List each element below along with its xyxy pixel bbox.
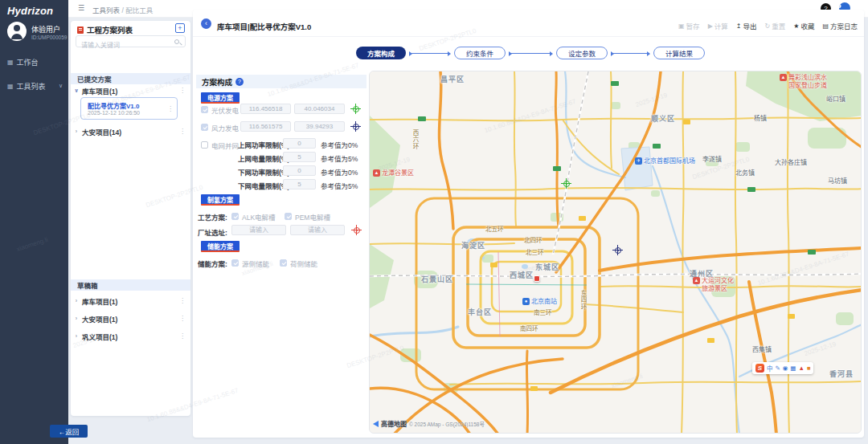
grid-checkbox[interactable]	[201, 141, 208, 149]
log-icon: ▤	[822, 22, 829, 30]
pv-location-marker[interactable]	[561, 178, 571, 189]
site-input-1[interactable]	[231, 225, 286, 235]
grid-up-power-input[interactable]	[283, 138, 316, 149]
more-icon[interactable]: ⋮	[179, 297, 186, 304]
more-icon[interactable]: ⋮	[179, 315, 186, 322]
step-plan-composition[interactable]: 方案构成	[356, 47, 406, 59]
map-label: 北三环	[526, 249, 544, 256]
more-icon[interactable]: ⋮	[179, 332, 186, 340]
caret-right-icon: ›	[71, 298, 82, 303]
wind-map-pick-icon[interactable]	[350, 121, 361, 132]
favorite-button[interactable]: ★收藏	[793, 21, 814, 31]
process-label: 工艺方案:	[198, 212, 227, 222]
load-storage-checkbox[interactable]	[280, 259, 287, 267]
app-logo: Hydrizon	[7, 5, 53, 17]
map-attribution: 高德地图 © 2025 AMap - GS(2024)1158号	[373, 419, 485, 428]
pv-latitude-input[interactable]	[294, 104, 345, 114]
ime-toolbar[interactable]: S 中✎◉▦▲■	[752, 362, 813, 374]
submitted-header: 已提交方案	[71, 73, 190, 84]
more-icon[interactable]: ⋮	[179, 128, 186, 135]
load-storage-label: 荷侧储能	[290, 259, 317, 268]
help-icon[interactable]: ?	[235, 78, 244, 86]
person-icon	[7, 22, 27, 41]
hydrogen-plan-button[interactable]: 制氢方案	[201, 194, 240, 206]
ime-skin-brush-icon[interactable]: ▲	[798, 365, 804, 372]
power-plan-button[interactable]: 电源方案	[201, 92, 240, 104]
step-connector	[510, 53, 552, 54]
grid-row-ref: 参考值为5%	[321, 181, 358, 190]
grid-up-energy-input[interactable]	[283, 152, 316, 162]
map-label: 峪口镇	[826, 96, 845, 104]
export-button[interactable]: ↥导出	[736, 21, 757, 31]
map-label: ▲龙潭谷景区	[373, 169, 414, 177]
map-label: ●北京南站	[522, 298, 557, 306]
ime-pen-icon[interactable]: ✎	[776, 365, 780, 372]
landmark-marker[interactable]	[534, 275, 540, 282]
plan-log-button[interactable]: ▤方案日志	[822, 21, 858, 31]
step-results[interactable]: 计算结果	[653, 47, 705, 59]
selected-plan-card[interactable]: 配比寻优方案V1.0 2025-12-12 10:26:50 ⋮	[80, 97, 178, 120]
more-icon[interactable]: ⋮	[167, 105, 174, 112]
site-map-pick-icon[interactable]	[351, 225, 362, 235]
calculate-button[interactable]: ▶计算	[708, 21, 728, 31]
grid-down-power-input[interactable]	[283, 165, 316, 176]
wind-checkbox[interactable]	[201, 124, 208, 131]
draft-group-gongyi[interactable]: › 巩义项目(1) ⋮	[71, 331, 190, 341]
wind-location-marker[interactable]	[612, 245, 623, 255]
ime-mic-icon[interactable]: ◉	[783, 365, 788, 372]
ime-toolbox-icon[interactable]: ■	[807, 365, 811, 372]
map-label: 杨镇	[754, 115, 767, 123]
step-constraints[interactable]: 约束条件	[454, 47, 506, 59]
draft-group-daan[interactable]: › 大安项目(1) ⋮	[71, 313, 190, 324]
tree-group-daan[interactable]: › 大安项目(14) ⋮	[71, 126, 190, 136]
site-input-2[interactable]	[290, 225, 345, 235]
pem-checkbox[interactable]	[285, 213, 292, 220]
back-button[interactable]: ←返回	[50, 425, 88, 438]
storage-plan-button[interactable]: 储能方案	[201, 241, 240, 252]
pv-longitude-input[interactable]	[240, 104, 291, 114]
alk-label: ALK电解槽	[242, 212, 276, 222]
sidebar-item-tool-list[interactable]: ▦ 工具列表 ∨	[0, 77, 68, 95]
caret-right-icon: ›	[71, 333, 82, 339]
more-icon[interactable]: ⋮	[179, 87, 186, 94]
grid-icon: ▦	[7, 59, 14, 66]
pv-label: 光伏发电	[211, 105, 239, 115]
save-draft-button[interactable]: ▣暂存	[678, 21, 700, 31]
sogou-logo-icon[interactable]: S	[755, 364, 764, 373]
draft-group-kuche[interactable]: › 库车项目(1) ⋮	[71, 295, 190, 306]
map-canvas[interactable]: 昌平区顺义区海淀区西城区东城区石景山区丰台区通州区香河县杨镇峪口镇马坊镇大孙各庄…	[369, 71, 862, 434]
tree-group-kuche[interactable]: ∨ 库车项目(1) ⋮	[71, 85, 190, 96]
caret-right-icon: ›	[71, 128, 82, 134]
plan-list-title: 工程方案列表	[87, 24, 133, 35]
scenic-icon: ▲	[373, 169, 380, 177]
plan-composition-form: 方案构成 ? 电源方案 光伏发电 风力发电 电网并网 上网功率限制(%): 参考…	[194, 69, 368, 436]
grid-down-energy-input[interactable]	[283, 179, 316, 189]
map-label: 东城区	[535, 263, 559, 272]
wind-longitude-input[interactable]	[240, 121, 291, 132]
hamburger-icon[interactable]: ☰	[78, 4, 84, 12]
grid-row-ref: 参考值为0%	[321, 167, 358, 177]
map-label: 北四环	[524, 237, 542, 244]
source-storage-checkbox[interactable]	[231, 259, 239, 267]
plan-search-input[interactable]	[76, 40, 185, 51]
step-parameters[interactable]: 设定参数	[556, 47, 608, 59]
wind-latitude-input[interactable]	[294, 121, 345, 132]
user-name: 体验用户	[31, 24, 60, 35]
breadcrumb: 工具列表 / 配比工具	[92, 5, 153, 14]
draft-header: 草稿箱	[71, 279, 190, 291]
user-id: ID:UMP000059	[31, 35, 67, 40]
sidebar-item-workbench[interactable]: ▦ 工作台	[0, 53, 68, 71]
map-label: ✈北京首都国际机场	[635, 157, 695, 165]
ime-chinese-mode-icon[interactable]: 中	[767, 364, 773, 373]
alk-checkbox[interactable]	[231, 213, 239, 220]
pv-checkbox[interactable]	[201, 106, 208, 113]
back-circle-button[interactable]: ‹	[201, 18, 211, 29]
add-plan-button[interactable]: +	[175, 23, 185, 33]
scenic-icon: ▲	[780, 74, 787, 81]
reset-button[interactable]: ↻重置	[765, 21, 786, 31]
sidebar: Hydrizon 体验用户 ID:UMP000059 ▦ 工作台 ▦ 工具列表 …	[0, 0, 68, 444]
ime-keyboard-icon[interactable]: ▦	[790, 365, 796, 372]
amap-brand: 高德地图	[381, 419, 407, 428]
pv-map-pick-icon[interactable]	[350, 104, 361, 114]
map-label: 丰台区	[468, 308, 492, 317]
